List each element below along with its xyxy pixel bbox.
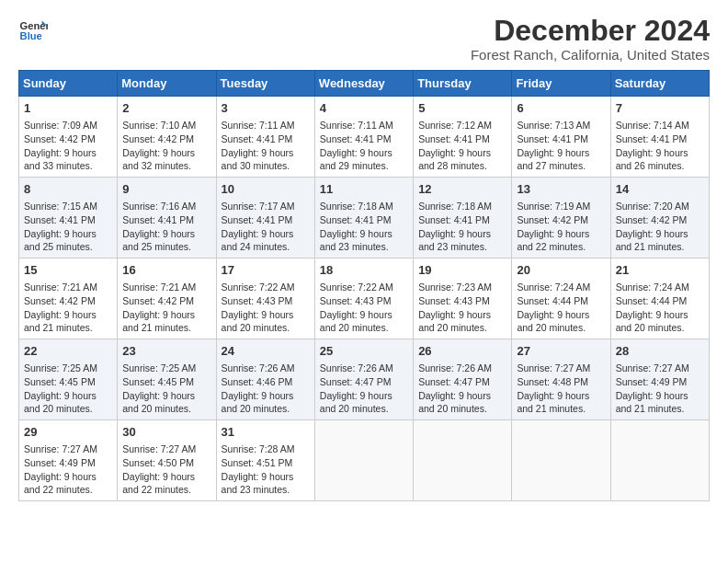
header-cell-sunday: Sunday bbox=[19, 71, 118, 97]
day-cell: 26Sunrise: 7:26 AMSunset: 4:47 PMDayligh… bbox=[414, 339, 512, 420]
day-cell: 7Sunrise: 7:14 AMSunset: 4:41 PMDaylight… bbox=[610, 97, 709, 178]
day-number: 31 bbox=[222, 424, 310, 441]
week-row-3: 15Sunrise: 7:21 AMSunset: 4:42 PMDayligh… bbox=[19, 259, 710, 339]
day-cell bbox=[414, 419, 512, 500]
day-cell: 8Sunrise: 7:15 AMSunset: 4:41 PMDaylight… bbox=[19, 178, 118, 259]
day-number: 1 bbox=[24, 100, 112, 117]
cell-sun-info: Sunrise: 7:22 AMSunset: 4:43 PMDaylight:… bbox=[222, 281, 310, 335]
day-number: 28 bbox=[616, 343, 704, 360]
cell-sun-info: Sunrise: 7:11 AMSunset: 4:41 PMDaylight:… bbox=[320, 119, 408, 173]
logo: General Blue bbox=[18, 15, 48, 44]
day-cell: 11Sunrise: 7:18 AMSunset: 4:41 PMDayligh… bbox=[314, 178, 413, 259]
day-number: 13 bbox=[517, 181, 605, 198]
day-number: 11 bbox=[320, 181, 408, 198]
day-cell: 19Sunrise: 7:23 AMSunset: 4:43 PMDayligh… bbox=[414, 259, 512, 339]
calendar-table: SundayMondayTuesdayWednesdayThursdayFrid… bbox=[18, 70, 710, 501]
day-cell: 20Sunrise: 7:24 AMSunset: 4:44 PMDayligh… bbox=[512, 259, 610, 339]
cell-sun-info: Sunrise: 7:27 AMSunset: 4:50 PMDaylight:… bbox=[122, 442, 210, 497]
cell-sun-info: Sunrise: 7:27 AMSunset: 4:49 PMDaylight:… bbox=[616, 362, 704, 416]
day-cell: 1Sunrise: 7:09 AMSunset: 4:42 PMDaylight… bbox=[19, 97, 118, 178]
cell-sun-info: Sunrise: 7:16 AMSunset: 4:41 PMDaylight:… bbox=[122, 200, 210, 254]
day-number: 18 bbox=[320, 262, 408, 279]
header-cell-saturday: Saturday bbox=[610, 71, 709, 97]
day-number: 23 bbox=[122, 343, 210, 360]
cell-sun-info: Sunrise: 7:26 AMSunset: 4:47 PMDaylight:… bbox=[320, 362, 408, 416]
day-number: 17 bbox=[222, 262, 310, 279]
cell-sun-info: Sunrise: 7:12 AMSunset: 4:41 PMDaylight:… bbox=[418, 119, 506, 173]
header: General Blue December 2024 Forest Ranch,… bbox=[18, 15, 710, 63]
cell-sun-info: Sunrise: 7:26 AMSunset: 4:46 PMDaylight:… bbox=[222, 362, 310, 416]
day-cell: 31Sunrise: 7:28 AMSunset: 4:51 PMDayligh… bbox=[216, 419, 314, 500]
day-cell: 13Sunrise: 7:19 AMSunset: 4:42 PMDayligh… bbox=[512, 178, 610, 259]
day-cell: 3Sunrise: 7:11 AMSunset: 4:41 PMDaylight… bbox=[216, 97, 314, 178]
cell-sun-info: Sunrise: 7:09 AMSunset: 4:42 PMDaylight:… bbox=[24, 119, 112, 173]
day-cell bbox=[314, 419, 413, 500]
day-cell: 27Sunrise: 7:27 AMSunset: 4:48 PMDayligh… bbox=[512, 339, 610, 420]
day-number: 15 bbox=[24, 262, 112, 279]
day-cell: 4Sunrise: 7:11 AMSunset: 4:41 PMDaylight… bbox=[314, 97, 413, 178]
day-cell: 21Sunrise: 7:24 AMSunset: 4:44 PMDayligh… bbox=[610, 259, 709, 339]
day-cell: 15Sunrise: 7:21 AMSunset: 4:42 PMDayligh… bbox=[19, 259, 118, 339]
cell-sun-info: Sunrise: 7:17 AMSunset: 4:41 PMDaylight:… bbox=[222, 200, 310, 254]
header-cell-friday: Friday bbox=[512, 71, 610, 97]
day-cell: 6Sunrise: 7:13 AMSunset: 4:41 PMDaylight… bbox=[512, 97, 610, 178]
day-cell: 2Sunrise: 7:10 AMSunset: 4:42 PMDaylight… bbox=[118, 97, 216, 178]
cell-sun-info: Sunrise: 7:27 AMSunset: 4:48 PMDaylight:… bbox=[517, 362, 605, 416]
logo-icon: General Blue bbox=[18, 15, 48, 44]
day-number: 25 bbox=[320, 343, 408, 360]
day-number: 19 bbox=[418, 262, 506, 279]
week-row-4: 22Sunrise: 7:25 AMSunset: 4:45 PMDayligh… bbox=[19, 339, 710, 420]
header-cell-thursday: Thursday bbox=[414, 71, 512, 97]
day-number: 8 bbox=[24, 181, 112, 198]
cell-sun-info: Sunrise: 7:18 AMSunset: 4:41 PMDaylight:… bbox=[320, 200, 408, 254]
cell-sun-info: Sunrise: 7:23 AMSunset: 4:43 PMDaylight:… bbox=[418, 281, 506, 335]
cell-sun-info: Sunrise: 7:18 AMSunset: 4:41 PMDaylight:… bbox=[418, 200, 506, 254]
cell-sun-info: Sunrise: 7:24 AMSunset: 4:44 PMDaylight:… bbox=[616, 281, 704, 335]
day-cell: 5Sunrise: 7:12 AMSunset: 4:41 PMDaylight… bbox=[414, 97, 512, 178]
day-cell: 23Sunrise: 7:25 AMSunset: 4:45 PMDayligh… bbox=[118, 339, 216, 420]
day-number: 21 bbox=[616, 262, 704, 279]
cell-sun-info: Sunrise: 7:19 AMSunset: 4:42 PMDaylight:… bbox=[517, 200, 605, 254]
day-number: 4 bbox=[320, 100, 408, 117]
day-number: 30 bbox=[122, 424, 210, 441]
day-number: 24 bbox=[222, 343, 310, 360]
day-number: 29 bbox=[24, 424, 112, 441]
day-cell: 28Sunrise: 7:27 AMSunset: 4:49 PMDayligh… bbox=[610, 339, 709, 420]
main-title: December 2024 bbox=[471, 15, 710, 47]
day-number: 2 bbox=[122, 100, 210, 117]
day-cell: 24Sunrise: 7:26 AMSunset: 4:46 PMDayligh… bbox=[216, 339, 314, 420]
day-number: 16 bbox=[122, 262, 210, 279]
day-cell: 29Sunrise: 7:27 AMSunset: 4:49 PMDayligh… bbox=[19, 419, 118, 500]
header-cell-wednesday: Wednesday bbox=[314, 71, 413, 97]
header-cell-monday: Monday bbox=[118, 71, 216, 97]
day-number: 26 bbox=[418, 343, 506, 360]
subtitle: Forest Ranch, California, United States bbox=[471, 47, 710, 63]
cell-sun-info: Sunrise: 7:13 AMSunset: 4:41 PMDaylight:… bbox=[517, 119, 605, 173]
day-cell: 22Sunrise: 7:25 AMSunset: 4:45 PMDayligh… bbox=[19, 339, 118, 420]
day-number: 7 bbox=[616, 100, 704, 117]
day-cell: 25Sunrise: 7:26 AMSunset: 4:47 PMDayligh… bbox=[314, 339, 413, 420]
cell-sun-info: Sunrise: 7:28 AMSunset: 4:51 PMDaylight:… bbox=[222, 442, 310, 497]
day-number: 6 bbox=[517, 100, 605, 117]
cell-sun-info: Sunrise: 7:21 AMSunset: 4:42 PMDaylight:… bbox=[24, 281, 112, 335]
day-number: 9 bbox=[122, 181, 210, 198]
header-row: SundayMondayTuesdayWednesdayThursdayFrid… bbox=[19, 71, 710, 97]
cell-sun-info: Sunrise: 7:21 AMSunset: 4:42 PMDaylight:… bbox=[122, 281, 210, 335]
day-number: 20 bbox=[517, 262, 605, 279]
day-number: 22 bbox=[24, 343, 112, 360]
day-number: 14 bbox=[616, 181, 704, 198]
cell-sun-info: Sunrise: 7:25 AMSunset: 4:45 PMDaylight:… bbox=[122, 362, 210, 416]
day-cell: 14Sunrise: 7:20 AMSunset: 4:42 PMDayligh… bbox=[610, 178, 709, 259]
svg-text:General: General bbox=[20, 20, 48, 31]
day-cell: 17Sunrise: 7:22 AMSunset: 4:43 PMDayligh… bbox=[216, 259, 314, 339]
cell-sun-info: Sunrise: 7:14 AMSunset: 4:41 PMDaylight:… bbox=[616, 119, 704, 173]
day-cell: 9Sunrise: 7:16 AMSunset: 4:41 PMDaylight… bbox=[118, 178, 216, 259]
day-cell bbox=[610, 419, 709, 500]
week-row-5: 29Sunrise: 7:27 AMSunset: 4:49 PMDayligh… bbox=[19, 419, 710, 500]
header-cell-tuesday: Tuesday bbox=[216, 71, 314, 97]
day-number: 12 bbox=[418, 181, 506, 198]
day-cell: 18Sunrise: 7:22 AMSunset: 4:43 PMDayligh… bbox=[314, 259, 413, 339]
title-area: December 2024 Forest Ranch, California, … bbox=[471, 15, 710, 63]
day-cell: 12Sunrise: 7:18 AMSunset: 4:41 PMDayligh… bbox=[414, 178, 512, 259]
day-number: 5 bbox=[418, 100, 506, 117]
